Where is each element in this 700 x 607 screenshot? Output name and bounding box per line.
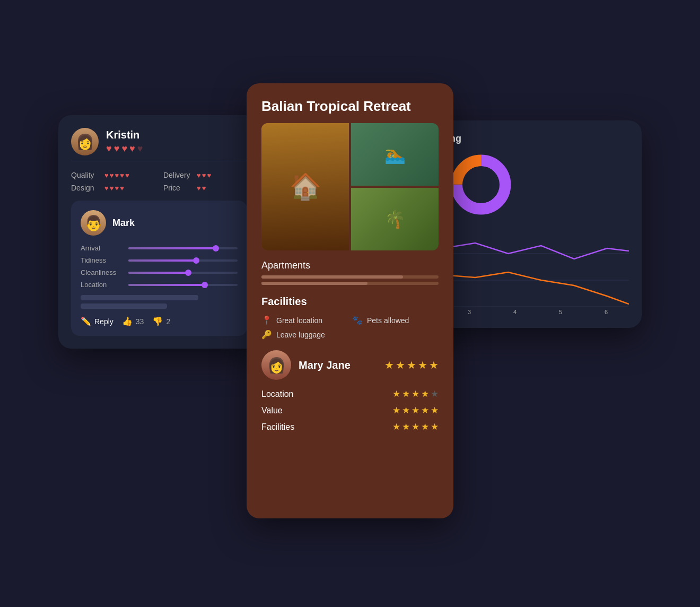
rating-price: Price ♥ ♥ — [163, 184, 247, 192]
photo-grid — [261, 123, 439, 250]
mary-jane-review-row: 👩 Mary Jane ★ ★ ★ ★ ★ — [261, 350, 439, 380]
text-block-1 — [81, 295, 198, 300]
price-hearts: ♥ ♥ — [197, 184, 206, 192]
star-5: ★ — [429, 359, 439, 371]
tidiness-thumb[interactable] — [193, 257, 199, 264]
detail-value-label: Value — [261, 406, 283, 415]
x-label-4: 4 — [513, 309, 517, 315]
star-2: ★ — [396, 359, 405, 371]
rating-delivery: Delivery ♥ ♥ ♥ — [163, 171, 247, 179]
progress-fill-1 — [261, 275, 403, 279]
pencil-icon: ✏️ — [81, 316, 91, 326]
photo-top-right — [351, 123, 439, 186]
cleanliness-track — [128, 272, 238, 274]
star-1: ★ — [384, 359, 394, 371]
heart-3: ♥ — [121, 143, 127, 154]
quality-label: Quality — [71, 171, 100, 179]
detail-facilities-label: Facilities — [261, 422, 294, 432]
review-card: 👩 Kristin ♥ ♥ ♥ ♥ ♥ Quality ♥ ♥ — [58, 115, 260, 349]
line-chart: 0 2 2 5 — [432, 227, 629, 307]
star-3: ★ — [407, 359, 416, 371]
quality-hearts: ♥ ♥ ♥ ♥ ♥ — [104, 171, 129, 179]
location-label: Location — [81, 281, 123, 289]
donut-row: = — [432, 153, 629, 216]
property-type: Apartments — [261, 260, 439, 271]
facility-pets: 🐾 Pets allowed — [352, 315, 439, 325]
mark-name: Mark — [112, 218, 135, 229]
slider-location: Location — [81, 281, 238, 289]
divider-top — [71, 161, 247, 161]
like-button[interactable]: 👍 33 — [122, 316, 144, 326]
thumbs-up-icon: 👍 — [122, 316, 133, 326]
photo-top-left — [261, 123, 349, 250]
key-icon: 🔑 — [261, 329, 272, 340]
heart-2: ♥ — [114, 143, 120, 154]
heart-5: ♥ — [137, 143, 143, 154]
progress-bars — [261, 275, 439, 285]
progress-bar-1 — [261, 275, 439, 279]
mary-jane-name: Mary Jane — [299, 359, 351, 371]
slider-arrival: Arrival — [81, 244, 238, 252]
cleanliness-thumb[interactable] — [185, 270, 191, 276]
overall-stars: ★ ★ ★ ★ ★ — [384, 359, 439, 371]
text-block-2 — [81, 304, 167, 309]
price-label: Price — [163, 184, 192, 192]
delivery-label: Delivery — [163, 171, 192, 179]
reply-button[interactable]: ✏️ Reply — [81, 316, 113, 326]
arrival-track — [128, 247, 238, 249]
slider-tidiness: Tidiness — [81, 256, 238, 264]
location-track — [128, 284, 238, 286]
main-title: Balian Tropical Retreat — [261, 98, 439, 115]
delivery-hearts: ♥ ♥ ♥ — [197, 171, 211, 179]
progress-bar-2 — [261, 282, 439, 285]
location-thumb[interactable] — [202, 282, 208, 288]
rating-detail-location: Location ★ ★ ★ ★ ★ — [261, 388, 439, 400]
chart-title: Rating — [432, 133, 629, 144]
donut-chart — [449, 153, 513, 216]
detail-location-stars: ★ ★ ★ ★ ★ — [392, 388, 439, 400]
mark-header: 👨 Mark — [81, 210, 238, 236]
location-pin-icon: 📍 — [261, 315, 272, 325]
tidiness-fill — [128, 259, 196, 262]
location-fill — [128, 284, 205, 286]
rating-grid: Quality ♥ ♥ ♥ ♥ ♥ Delivery ♥ ♥ ♥ Design — [71, 171, 247, 192]
facility-location: 📍 Great location — [261, 315, 348, 325]
arrival-label: Arrival — [81, 244, 123, 252]
text-blocks — [81, 295, 238, 309]
cleanliness-label: Cleanliness — [81, 268, 123, 276]
rating-detail-facilities: Facilities ★ ★ ★ ★ ★ — [261, 421, 439, 432]
card-actions: ✏️ Reply 👍 33 👎 2 — [81, 316, 238, 326]
dislike-button[interactable]: 👎 2 — [152, 316, 170, 326]
hearts-row: ♥ ♥ ♥ ♥ ♥ — [106, 143, 143, 154]
facilities-grid: 📍 Great location 🐾 Pets allowed 🔑 Leave … — [261, 315, 439, 340]
avatar-mark: 👨 — [81, 210, 106, 236]
detail-facilities-stars: ★ ★ ★ ★ ★ — [392, 421, 439, 432]
like-count: 33 — [136, 317, 144, 326]
heart-1: ♥ — [106, 143, 112, 154]
chart-x-axis: 3 4 5 6 — [432, 309, 629, 315]
facility-location-label: Great location — [276, 316, 322, 325]
x-label-6: 6 — [605, 309, 608, 315]
arrival-fill — [128, 247, 216, 249]
avatar-kristin: 👩 — [71, 128, 99, 155]
facility-pets-label: Pets allowed — [367, 316, 409, 325]
star-4: ★ — [418, 359, 427, 371]
facilities-title: Facilities — [261, 296, 439, 308]
x-label-5: 5 — [559, 309, 562, 315]
reviewer-name: Kristin — [106, 129, 143, 141]
rating-design: Design ♥ ♥ ♥ ♥ — [71, 184, 155, 192]
rating-quality: Quality ♥ ♥ ♥ ♥ ♥ — [71, 171, 155, 179]
design-hearts: ♥ ♥ ♥ ♥ — [104, 184, 124, 192]
dislike-count: 2 — [166, 317, 170, 326]
arrival-thumb[interactable] — [213, 245, 219, 252]
x-label-3: 3 — [468, 309, 471, 315]
facility-luggage-label: Leave luggage — [276, 331, 325, 339]
rating-detail-value: Value ★ ★ ★ ★ ★ — [261, 405, 439, 416]
mark-card: 👨 Mark Arrival Tidiness Cleanliness — [71, 201, 247, 336]
tidiness-label: Tidiness — [81, 256, 123, 264]
svg-point-2 — [462, 166, 500, 203]
cleanliness-fill — [128, 272, 188, 274]
reply-label: Reply — [94, 317, 113, 326]
paw-icon: 🐾 — [352, 315, 363, 325]
detail-location-label: Location — [261, 389, 294, 399]
